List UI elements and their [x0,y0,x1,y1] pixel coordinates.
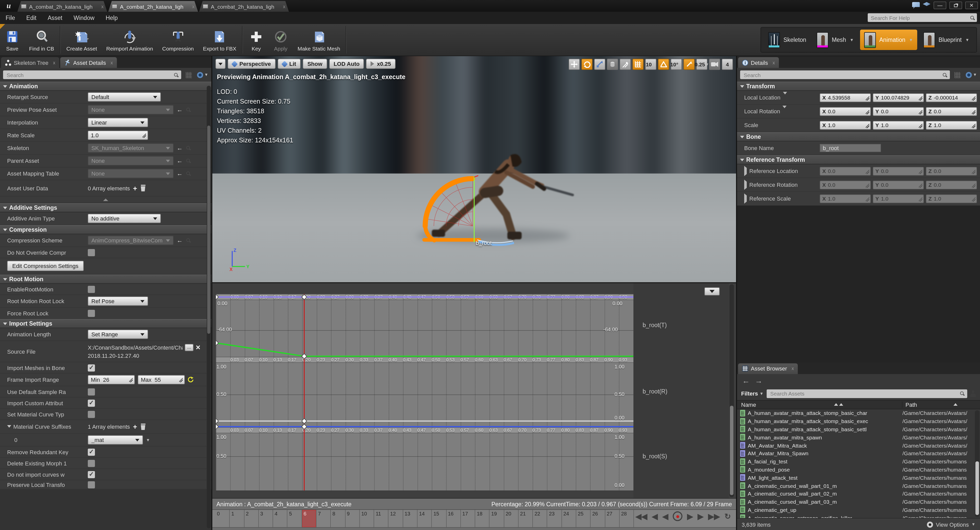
section-animation[interactable]: Animation [0,82,211,91]
rotate-tool-button[interactable] [581,59,593,70]
timeline-frame[interactable]: 16 [446,510,461,527]
filters-button[interactable]: Filters▼ [741,390,764,396]
make-static-mesh-button[interactable]: Make Static Mesh [293,24,345,56]
frame-min-input[interactable]: Min 26 [88,375,135,384]
grid-snap-toggle[interactable] [620,59,631,70]
timeline-frame[interactable]: 2 [244,510,259,527]
tab-skeleton-tree[interactable]: Skeleton Treex [1,57,59,68]
asset-row[interactable]: AM_Avatar_Mitra_Spawn /Game/Characters/A… [737,449,980,458]
timeline-frame[interactable]: 14 [417,510,432,527]
remove-redundant-checkbox[interactable] [88,448,95,455]
timeline-frame[interactable]: 23 [547,510,562,527]
timeline-frame[interactable]: 18 [475,510,490,527]
timeline-frame[interactable]: 15 [432,510,446,527]
use-default-sample-checkbox[interactable] [88,388,95,395]
browse-icon[interactable] [186,158,191,163]
timeline-frame[interactable]: 24 [562,510,576,527]
details-search-input[interactable] [6,71,173,78]
curve-panel-scrollbar[interactable] [729,284,734,497]
timeline[interactable]: 0 1 2 3 4 5 6 7 [212,509,736,530]
timeline-frame[interactable]: 11 [374,510,389,527]
rate-scale-input[interactable]: 1.0 [88,131,148,140]
location-x-input[interactable]: X4.539558 [820,93,871,102]
play-button[interactable]: ▶ [687,512,693,521]
asset-row[interactable]: A_cinematic_cursed_wall_part_02_m /Game/… [737,490,980,498]
window-tab-2[interactable]: A_combat_2h_katana_ligh x [108,1,198,12]
details-panel-search-input[interactable] [743,71,942,78]
grid-snap-value[interactable]: 10▼ [645,59,656,70]
left-panel-scrollbar[interactable] [207,86,211,528]
export-to-fbx-button[interactable]: Export to FBX [198,24,241,56]
view-options-button[interactable]: View Options▼ [927,521,975,527]
close-icon[interactable]: x [110,60,113,65]
blueprint-mode-button[interactable]: Blueprint▼ [919,30,974,50]
timeline-frame[interactable]: 21 [519,510,533,527]
location-y-input[interactable]: Y100.074829 [873,93,924,102]
asset-list-scrollbar[interactable] [975,410,980,517]
reimport-animation-button[interactable]: Reimport Animation [102,24,158,56]
step-back-button[interactable]: ◀ [652,512,658,521]
scale-z-input[interactable]: Z1.0 [926,121,977,129]
scale-tool-button[interactable] [594,59,605,70]
asset-row[interactable]: A_human_avatar_mitra_attack_stomp_basic_… [737,417,980,425]
curve-options-dropdown[interactable] [704,287,720,296]
timeline-frame[interactable]: 12 [389,510,403,527]
track-label-scale[interactable]: b_root(S) [643,453,667,459]
timeline-frame[interactable]: 28 [620,510,634,527]
window-tab-3[interactable]: A_combat_2h_katana_ligh x [199,1,289,12]
perspective-button[interactable]: Perspective [228,59,275,69]
anim-curve-panel[interactable]: 0.030.070.100.130.170.200.230.270.300.33… [212,282,736,498]
window-tab-1[interactable]: A_combat_2h_katana_ligh x [18,1,107,12]
enable-root-motion-checkbox[interactable] [88,285,95,293]
playback-speed-button[interactable]: x0.25 [366,59,396,69]
translate-tool-button[interactable] [569,59,580,70]
lod-auto-button[interactable]: LOD Auto [329,59,364,69]
browse-icon[interactable] [186,107,191,112]
chevron-right-icon[interactable] [744,168,747,174]
record-button[interactable]: ● [673,511,682,521]
timeline-frame[interactable]: 25 [576,510,591,527]
menu-help[interactable]: Help [100,15,123,21]
skeleton-combo[interactable]: SK_human_Skeleton [88,143,173,153]
asset-mapping-combo[interactable]: None [88,169,173,178]
retarget-source-combo[interactable]: Default [88,92,161,102]
loop-button[interactable]: ↻ [724,512,731,521]
animation-mode-button[interactable]: Animation▼ [860,30,917,50]
forward-button[interactable]: → [755,376,762,385]
asset-row[interactable]: A_human_avatar_mitra_spawn /Game/Charact… [737,433,980,441]
root-motion-lock-combo[interactable]: Ref Pose [88,296,148,306]
section-compression[interactable]: Compression [0,225,211,234]
asset-row[interactable]: A_human_avatar_mitra_attack_stomp_basic_… [737,409,980,417]
close-icon[interactable]: x [792,366,794,371]
chevron-down-icon[interactable]: ▼ [146,438,150,442]
browse-file-button[interactable]: ... [185,344,193,351]
scale-x-input[interactable]: X1.0 [820,121,871,129]
close-tab-icon[interactable]: x [101,4,103,9]
asset-row[interactable]: AM_light_attack_test /Game/Characters/hu… [737,474,980,482]
close-icon[interactable]: x [773,60,775,65]
preview-viewport[interactable]: b_root Z Y X Perspective Lit Show LOD Au… [212,56,736,282]
timeline-frame[interactable]: 20 [504,510,519,527]
add-element-icon[interactable]: + [133,423,137,431]
asset-row[interactable]: A_facial_rig_test /Game/Characters/human… [737,458,980,466]
section-reference-transform[interactable]: Reference Transform [737,155,980,164]
section-transform[interactable]: Transform [737,82,980,91]
section-additive-settings[interactable]: Additive Settings [0,203,211,212]
bone-gizmo-label[interactable]: b_root [476,240,492,246]
animation-length-combo[interactable]: Set Range [88,330,148,339]
view-filter-button[interactable]: ▼ [197,72,208,78]
timeline-frame[interactable]: 7 [317,510,331,527]
frame-max-input[interactable]: Max 55 [138,375,185,384]
force-root-lock-checkbox[interactable] [88,310,95,317]
column-path[interactable]: Path [902,401,980,407]
chevron-down-icon[interactable] [783,94,787,100]
create-asset-button[interactable]: Create Asset [62,24,102,56]
collapse-strip[interactable] [0,196,211,203]
skeleton-mode-button[interactable]: Skeleton [764,30,811,50]
play-reverse-button[interactable]: ◀ [662,512,668,521]
lit-button[interactable]: Lit [278,59,301,69]
scale-snap-icon[interactable] [683,59,695,70]
view-filter-button[interactable]: ▼ [966,72,977,78]
asset-row[interactable]: A_cinematic_cursed_wall_part_01_m /Game/… [737,482,980,490]
use-selected-icon[interactable]: ← [177,145,183,151]
